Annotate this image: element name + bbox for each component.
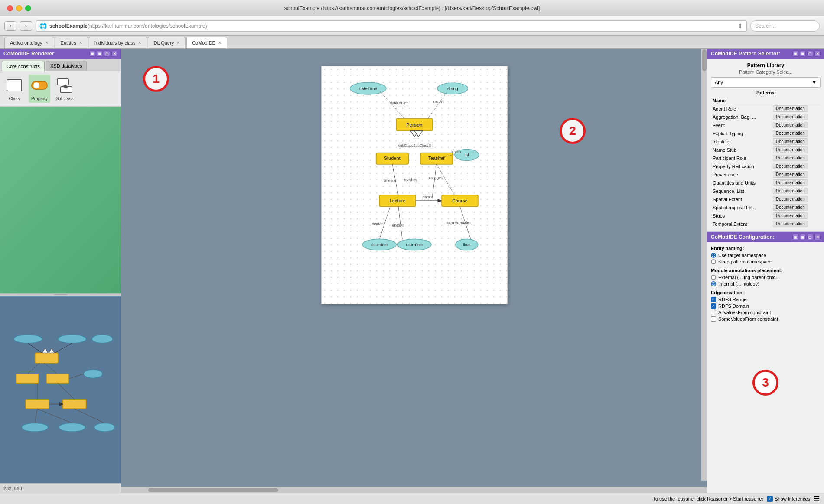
ps-icon-1[interactable]: ▣ — [792, 51, 798, 57]
checkbox-somevaluesfrom[interactable]: SomeValuesFrom constraint — [711, 316, 821, 322]
documentation-button[interactable]: Documentation — [773, 204, 808, 211]
ps-icon-4[interactable]: ✕ — [814, 51, 821, 57]
tab-active-ontology[interactable]: Active ontology ✕ — [4, 37, 54, 48]
pattern-row[interactable]: Spatial ExtentDocumentation — [711, 195, 821, 203]
pattern-row[interactable]: ProvenanceDocumentation — [711, 170, 821, 179]
pattern-row[interactable]: Sequence, ListDocumentation — [711, 187, 821, 195]
tab-close-icon[interactable]: ✕ — [138, 40, 141, 45]
canvas-scrollbar-v[interactable] — [701, 49, 707, 481]
maximize-button[interactable] — [25, 5, 31, 11]
pattern-doc-btn[interactable]: Documentation — [771, 170, 821, 179]
renderer-icon-1[interactable]: ▣ — [89, 51, 95, 57]
pattern-row[interactable]: Quantities and UnitsDocumentation — [711, 179, 821, 187]
pattern-row[interactable]: Agent RoleDocumentation — [711, 104, 821, 113]
ps-icon-3[interactable]: ▢ — [807, 51, 813, 57]
ps-icon-2[interactable]: ▣ — [800, 51, 806, 57]
pattern-row[interactable]: Explicit TypingDocumentation — [711, 129, 821, 137]
sub-tab-core-constructs[interactable]: Core constructs — [2, 61, 45, 71]
minimize-button[interactable] — [16, 5, 22, 11]
documentation-button[interactable]: Documentation — [773, 146, 808, 153]
pattern-doc-btn[interactable]: Documentation — [771, 211, 821, 220]
documentation-button[interactable]: Documentation — [773, 105, 808, 112]
cfg-icon-4[interactable]: ✕ — [814, 234, 821, 240]
pattern-doc-btn[interactable]: Documentation — [771, 146, 821, 154]
tab-dl-query[interactable]: DL Query ✕ — [148, 37, 186, 48]
documentation-button[interactable]: Documentation — [773, 196, 808, 202]
construct-class[interactable]: Class — [3, 75, 25, 103]
cfg-icon-3[interactable]: ▢ — [807, 234, 813, 240]
pattern-doc-btn[interactable]: Documentation — [771, 203, 821, 211]
checkbox-allvaluesfrom[interactable]: AllValuesFrom constraint — [711, 310, 821, 315]
category-select[interactable]: Any ▼ — [711, 77, 821, 88]
canvas-scrollbar-h[interactable] — [121, 487, 707, 493]
pattern-row[interactable]: EventDocumentation — [711, 121, 821, 129]
pattern-doc-btn[interactable]: Documentation — [771, 137, 821, 146]
tab-individuals-by-class[interactable]: Individuals by class ✕ — [89, 37, 147, 48]
tab-close-icon[interactable]: ✕ — [79, 40, 82, 45]
construct-subclass[interactable]: Subclass — [54, 75, 75, 103]
green-canvas[interactable] — [0, 107, 121, 293]
pattern-row[interactable]: Participant RoleDocumentation — [711, 154, 821, 162]
documentation-button[interactable]: Documentation — [773, 138, 808, 145]
documentation-button[interactable]: Documentation — [773, 122, 808, 128]
cfg-icon-1[interactable]: ▣ — [792, 234, 798, 240]
construct-property[interactable]: Property — [29, 75, 50, 103]
search-box[interactable]: Search... — [750, 20, 820, 32]
renderer-icon-3[interactable]: ▢ — [104, 51, 110, 57]
sub-tab-xsd-datatypes[interactable]: XSD datatypes — [46, 61, 87, 71]
pattern-doc-btn[interactable]: Documentation — [771, 195, 821, 203]
tab-close-icon[interactable]: ✕ — [176, 40, 180, 45]
pattern-doc-btn[interactable]: Documentation — [771, 220, 821, 228]
documentation-button[interactable]: Documentation — [773, 155, 808, 161]
documentation-button[interactable]: Documentation — [773, 221, 808, 227]
pattern-doc-btn[interactable]: Documentation — [771, 162, 821, 170]
pattern-doc-btn[interactable]: Documentation — [771, 154, 821, 162]
documentation-button[interactable]: Documentation — [773, 163, 808, 169]
close-button[interactable] — [7, 5, 13, 11]
pattern-row[interactable]: Spatiotemporal Ex...Documentation — [711, 203, 821, 211]
show-inferences-toggle[interactable]: ✓ Show Inferences — [767, 496, 810, 502]
radio-keep-pattern-ns[interactable]: Keep pattern namespace — [711, 259, 821, 264]
checkbox-rdfs-range[interactable]: ✓ RDFS Range — [711, 297, 821, 302]
pattern-row[interactable]: StubsDocumentation — [711, 211, 821, 220]
forward-button[interactable]: › — [20, 21, 32, 31]
radio-external[interactable]: External (... ing parent onto... — [711, 275, 821, 280]
tab-comodide[interactable]: CoModIDE ✕ — [186, 37, 227, 48]
documentation-button[interactable]: Documentation — [773, 130, 808, 137]
pattern-row[interactable]: IdentifierDocumentation — [711, 137, 821, 146]
back-button[interactable]: ‹ — [4, 21, 16, 31]
cfg-icon-2[interactable]: ▣ — [800, 234, 806, 240]
documentation-button[interactable]: Documentation — [773, 188, 808, 194]
documentation-button[interactable]: Documentation — [773, 212, 808, 219]
pattern-row[interactable]: Name StubDocumentation — [711, 146, 821, 154]
pattern-row[interactable]: Aggregation, Bag, ...Documentation — [711, 113, 821, 121]
pattern-row[interactable]: Property ReificationDocumentation — [711, 162, 821, 170]
tab-close-icon[interactable]: ✕ — [45, 40, 49, 45]
class-shape — [7, 79, 22, 91]
pattern-doc-btn[interactable]: Documentation — [771, 129, 821, 137]
pattern-doc-btn[interactable]: Documentation — [771, 104, 821, 113]
pattern-row[interactable]: Temporal ExtentDocumentation — [711, 220, 821, 228]
renderer-icon-4[interactable]: ✕ — [111, 51, 117, 57]
tab-close-icon[interactable]: ✕ — [218, 40, 221, 45]
checkbox-rdfs-domain[interactable]: ✓ RDFS Domain — [711, 303, 821, 309]
pattern-doc-btn[interactable]: Documentation — [771, 121, 821, 129]
pattern-doc-btn[interactable]: Documentation — [771, 113, 821, 121]
radio-use-target-ns[interactable]: Use target namespace — [711, 253, 821, 258]
diagram-paper: dateTime string dateOfBirth name Person — [321, 66, 508, 304]
documentation-button[interactable]: Documentation — [773, 114, 808, 120]
radio-internal[interactable]: Internal (... ntology) — [711, 281, 821, 286]
documentation-button[interactable]: Documentation — [773, 179, 808, 186]
tab-entities[interactable]: Entities ✕ — [55, 37, 88, 48]
canvas-area[interactable]: 1 2 — [121, 49, 707, 487]
documentation-button[interactable]: Documentation — [773, 171, 808, 178]
number-circle-1: 1 — [143, 66, 169, 92]
renderer-icon-2[interactable]: ▣ — [97, 51, 103, 57]
settings-icon[interactable]: ☰ — [814, 494, 820, 503]
pattern-doc-btn[interactable]: Documentation — [771, 187, 821, 195]
minimap[interactable] — [0, 296, 121, 484]
address-bar[interactable]: 🌐 schoolExample (https://karlhammar.com/… — [36, 20, 747, 32]
pattern-doc-btn[interactable]: Documentation — [771, 179, 821, 187]
svg-line-36 — [427, 92, 446, 118]
center-canvas[interactable]: 1 2 — [121, 49, 707, 493]
